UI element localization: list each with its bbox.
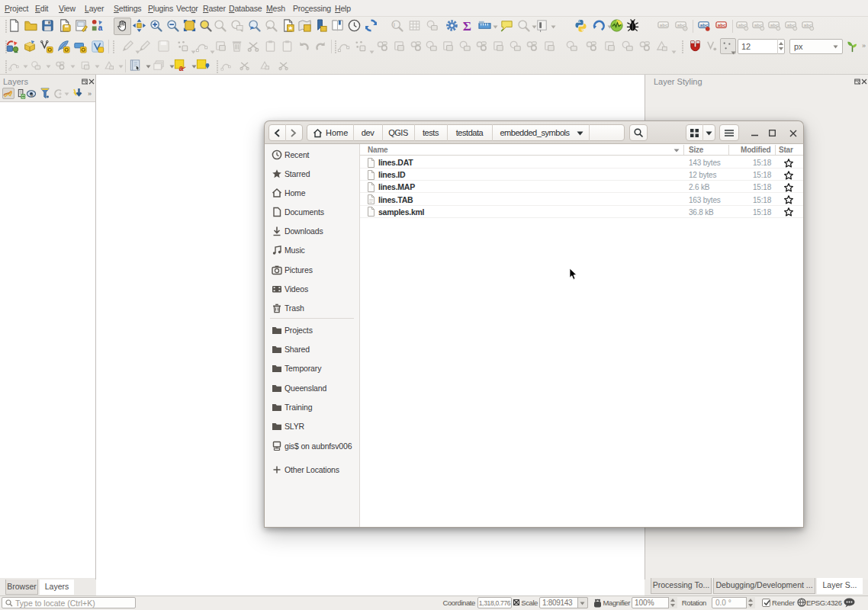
svg-text:Σ: Σ	[463, 19, 471, 33]
svg-text:abc: abc	[660, 22, 668, 27]
svg-text:abc: abc	[718, 22, 726, 27]
svg-text:a: a	[98, 24, 102, 32]
svg-text:i: i	[394, 21, 395, 28]
